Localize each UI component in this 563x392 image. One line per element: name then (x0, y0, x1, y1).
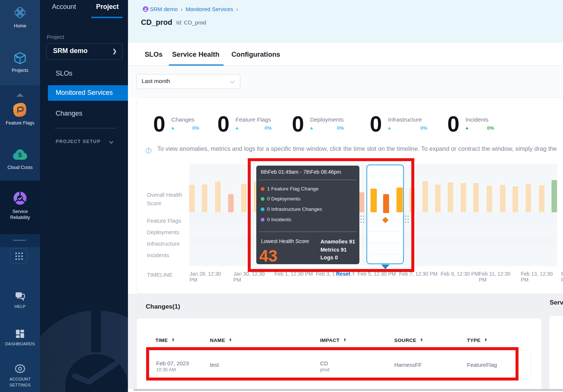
svg-text:$: $ (18, 152, 22, 159)
